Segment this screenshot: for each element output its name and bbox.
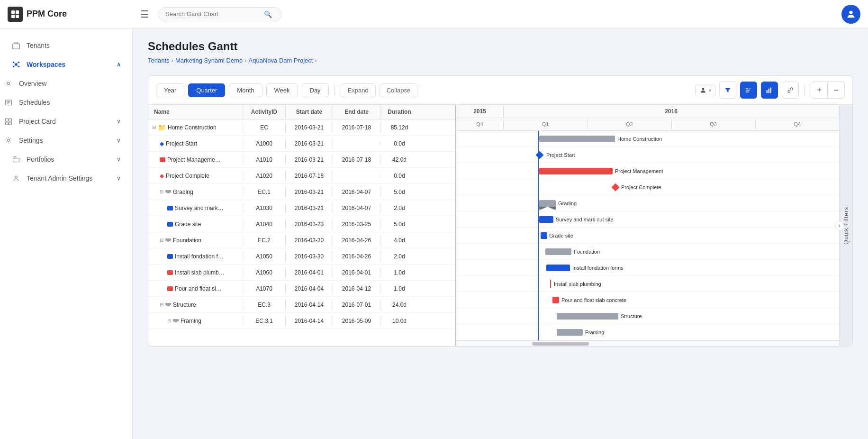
gantt-scrollbar[interactable]: [456, 340, 839, 346]
cell-end-12: 2016-07-01: [333, 300, 380, 310]
user-filter-btn[interactable]: ▾: [695, 84, 715, 96]
sidebar-item-schedules[interactable]: Schedules: [0, 93, 132, 112]
svg-rect-6: [15, 42, 17, 44]
tenant-admin-icon: [11, 174, 21, 183]
user-icon: [699, 86, 707, 94]
cell-end-3: 2016-07-18: [333, 155, 380, 165]
cell-end-11: 2016-04-12: [333, 284, 380, 294]
collapse-icon-5[interactable]: ⊟: [160, 189, 163, 194]
quarter-q3-2016: Q3: [672, 119, 756, 129]
collapse-icon-12[interactable]: ⊟: [160, 302, 163, 307]
bar-grading: [539, 200, 556, 207]
sidebar-item-portfolios[interactable]: Portfolios ∨: [0, 150, 132, 169]
task-icon-10: [167, 270, 173, 275]
cell-start-8: 2016-03-30: [286, 235, 333, 246]
settings-icon: [4, 136, 13, 145]
zoom-out-btn[interactable]: −: [828, 82, 845, 99]
link-btn[interactable]: [782, 82, 799, 99]
zoom-in-btn[interactable]: +: [811, 82, 828, 99]
bar-pour-float: [552, 297, 559, 303]
portfolios-icon: [11, 155, 21, 164]
collapse-icon-8[interactable]: ⊟: [160, 238, 163, 243]
sidebar-item-workspaces[interactable]: Workspaces ∧: [0, 55, 132, 74]
cell-start-13: 2016-04-14: [286, 316, 333, 326]
scrollbar-thumb[interactable]: [532, 342, 589, 346]
table-row: ⊟ 📁 Home Construction EC 2016-03-21 2016…: [148, 119, 455, 136]
collapse-icon-13[interactable]: ⊟: [167, 318, 171, 323]
search-input[interactable]: [165, 10, 260, 18]
settings-chevron-icon: ∨: [117, 137, 121, 144]
cell-name-3: Project Manageme…: [148, 155, 243, 165]
navbar-right: [841, 5, 860, 24]
sidebar-item-tenant-admin[interactable]: Tenant Admin Settings ∨: [0, 169, 132, 188]
sidebar-label-overview: Overview: [19, 80, 46, 87]
row-name-7: Grade site: [175, 221, 201, 228]
svg-rect-2: [11, 15, 15, 18]
bar-label-structure: Structure: [621, 313, 642, 319]
cell-duration-8: 4.0d: [380, 235, 418, 246]
btn-week[interactable]: Week: [266, 83, 298, 97]
btn-collapse[interactable]: Collapse: [380, 83, 418, 97]
milestone-project-complete: [612, 183, 620, 192]
svg-rect-24: [6, 122, 9, 125]
row-name-10: Install slab plumb…: [175, 269, 225, 276]
navbar: PPM Core ☰ 🔍: [0, 0, 868, 28]
bar-label-framing: Framing: [585, 329, 604, 335]
logo-box: [8, 7, 23, 22]
btn-day[interactable]: Day: [302, 83, 329, 97]
sidebar-item-project-card[interactable]: Project Card ∨: [0, 112, 132, 131]
bar-label-foundation: Foundation: [574, 249, 600, 255]
cell-start-10: 2016-04-01: [286, 267, 333, 278]
sidebar-label-tenant-admin: Tenant Admin Settings: [27, 174, 92, 182]
sidebar-item-overview[interactable]: Overview: [0, 74, 132, 93]
sidebar-item-settings[interactable]: Settings ∨: [0, 131, 132, 150]
sidebar-label-schedules: Schedules: [19, 99, 50, 106]
btn-month[interactable]: Month: [229, 83, 262, 97]
gantt-table: Name ActivityID Start date End date Dura…: [148, 105, 456, 346]
breadcrumb-marketing[interactable]: Marketing Synami Demo: [175, 57, 243, 64]
svg-rect-5: [13, 44, 19, 49]
table-row: Project Manageme… A1010 2016-03-21 2016-…: [148, 152, 455, 168]
summary-icon-5: [165, 190, 171, 194]
gantt-view-btn[interactable]: [740, 82, 757, 99]
cell-end-13: 2016-05-09: [333, 316, 380, 326]
cell-duration-6: 2.0d: [380, 203, 418, 213]
hamburger-button[interactable]: ☰: [140, 9, 149, 20]
row-name-6: Survey and mark…: [175, 205, 224, 211]
sidebar-label-settings: Settings: [19, 137, 43, 144]
gantt-chart-row-6: Survey and mark out site: [456, 211, 839, 228]
cell-activity-5: EC.1: [243, 187, 286, 197]
gantt-chart-row-2: Project Start: [456, 147, 839, 163]
col-header-start: Start date: [286, 105, 333, 119]
btn-quarter[interactable]: Quarter: [188, 83, 225, 97]
milestone-icon-2: ◆: [160, 140, 164, 147]
bar-label-project-start: Project Start: [546, 152, 575, 158]
quick-filters-panel[interactable]: ‹ Quick Filters: [839, 105, 852, 346]
cell-start-9: 2016-03-30: [286, 251, 333, 262]
gantt-chart-row-9: Install fondation forms: [456, 260, 839, 276]
chart-view-btn[interactable]: [761, 82, 778, 99]
bar-home-construction: [539, 136, 615, 142]
search-bar[interactable]: 🔍: [158, 7, 281, 21]
filter-btn[interactable]: [719, 82, 736, 99]
btn-year[interactable]: Year: [156, 83, 184, 97]
toolbar-separator-2: [805, 84, 805, 96]
cell-end-6: 2016-04-07: [333, 203, 380, 213]
cell-name-10: Install slab plumb…: [148, 267, 243, 278]
chart-icon: [766, 86, 773, 94]
cell-name-12: ⊟ Structure: [148, 300, 243, 310]
row-name-9: Install fondation f…: [175, 253, 224, 260]
table-row: Grade site A1040 2016-03-23 2016-03-25 5…: [148, 216, 455, 232]
user-avatar[interactable]: [841, 5, 860, 24]
cell-duration-13: 10.0d: [380, 316, 418, 326]
folder-icon-1: 📁: [158, 124, 166, 131]
gantt-table-header: Name ActivityID Start date End date Dura…: [148, 105, 455, 119]
qf-collapse-arrow[interactable]: ‹: [835, 221, 844, 230]
svg-rect-33: [746, 91, 749, 92]
btn-expand[interactable]: Expand: [341, 83, 376, 97]
cell-activity-9: A1050: [243, 251, 286, 262]
breadcrumb-aquanova[interactable]: AquaNova Dam Project: [249, 57, 313, 64]
sidebar-item-tenants[interactable]: Tenants: [0, 36, 132, 55]
breadcrumb-tenants[interactable]: Tenants: [148, 57, 170, 64]
collapse-icon-1[interactable]: ⊟: [152, 125, 156, 130]
